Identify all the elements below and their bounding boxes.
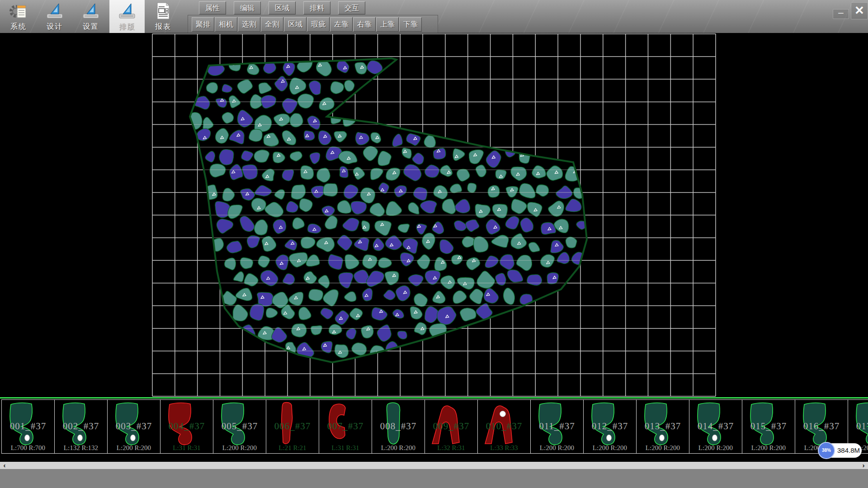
- nested-piece: [219, 150, 234, 165]
- system-gear-icon: [9, 15, 28, 23]
- design-ruler-icon: [45, 15, 65, 23]
- status-badge[interactable]: 38% 384.8M: [819, 443, 862, 458]
- thumbnail-cell-011_#37[interactable]: 011_#37L:200 R:200: [530, 399, 584, 454]
- toolbar-item-report[interactable]: 报表: [146, 0, 181, 33]
- nested-piece: [251, 198, 266, 211]
- piece-shape-icon: [852, 402, 868, 447]
- tool-button-9[interactable]: 上靠: [376, 17, 399, 32]
- thumbnail-cell-002_#37[interactable]: 002_#37L:132 R:132: [54, 399, 108, 454]
- nested-piece: [323, 183, 338, 196]
- thumbnail-cell-006_#37[interactable]: 006_#37L:21 R:21: [266, 399, 319, 454]
- nested-piece: [547, 272, 558, 284]
- nested-piece: [240, 258, 253, 269]
- piece-shape-icon: [534, 402, 568, 447]
- menu-tab-1[interactable]: 属性: [199, 1, 226, 14]
- tool-button-7[interactable]: 左靠: [330, 17, 353, 32]
- nested-piece: [566, 237, 577, 248]
- toolbar-item-label: 设计: [37, 22, 72, 32]
- toolbar-item-label: 排版: [109, 22, 145, 32]
- window-bottom-bar: [0, 469, 868, 488]
- thumbnail-cell-005_#37[interactable]: 005_#37L:200 R:200: [213, 399, 266, 454]
- piece-shape-icon: [429, 402, 462, 447]
- toolbar-item-design[interactable]: 设计: [37, 0, 72, 33]
- report-doc-icon: [153, 15, 173, 23]
- strip-separator: [0, 397, 868, 399]
- piece-shape-icon: [746, 402, 779, 447]
- thumbnail-cell-014_#37[interactable]: 014_#37L:200 R:200: [689, 399, 742, 454]
- thumbnail-cell-003_#37[interactable]: 003_#37L:200 R:200: [107, 399, 160, 454]
- piece-shape-icon: [640, 402, 674, 447]
- piece-shape-icon: [481, 402, 515, 447]
- piece-shape-icon: [323, 402, 356, 447]
- tool-button-4[interactable]: 全割: [261, 17, 283, 32]
- scroll-left-arrow-icon[interactable]: ‹: [0, 462, 9, 469]
- piece-shape-icon: [111, 402, 145, 447]
- piece-shape-icon: [58, 402, 92, 447]
- piece-shape-icon: [693, 402, 726, 447]
- nested-piece: [467, 183, 476, 192]
- piece-shape-icon: [270, 402, 303, 447]
- thumbnail-cell-007_#37[interactable]: 007_#37L:31 R:31: [319, 399, 372, 454]
- tool-button-bar: 聚排相机选割全割区域瑕疵左靠右靠上靠下靠: [188, 15, 438, 34]
- nested-piece: [292, 324, 307, 337]
- piece-shape-icon: [376, 402, 409, 447]
- thumbnail-cell-012_#37[interactable]: 012_#37L:200 R:200: [583, 399, 637, 454]
- tool-button-3[interactable]: 选割: [238, 17, 260, 32]
- piece-shape-icon: [799, 402, 832, 447]
- piece-shape-icon: [164, 402, 198, 447]
- nested-piece: [250, 304, 264, 320]
- horizontal-scrollbar[interactable]: ‹ ›: [0, 462, 868, 469]
- thumbnail-cell-009_#37[interactable]: 009_#37L:32 R:31: [425, 399, 478, 454]
- menu-tab-4[interactable]: 排料: [303, 1, 330, 14]
- nested-piece: [309, 289, 323, 301]
- application-window: 系统 设计 设置: [0, 0, 868, 488]
- titlebar-toolbar: 系统 设计 设置: [0, 0, 868, 33]
- layout-ruler-icon: [117, 15, 137, 23]
- toolbar-item-label: 报表: [146, 22, 181, 32]
- thumbnail-cell-010_#37[interactable]: 010_#37L:33 R:33: [477, 399, 531, 454]
- thumbnail-cell-015_#37[interactable]: 015_#37L:200 R:200: [742, 399, 795, 454]
- thumbnail-cell-008_#37[interactable]: 008_#37L:200 R:200: [372, 399, 425, 454]
- toolbar-item-layout[interactable]: 排版: [109, 0, 145, 33]
- nested-piece: [304, 131, 315, 140]
- nested-piece: [362, 221, 370, 231]
- menu-tab-5[interactable]: 交互: [338, 1, 365, 14]
- tool-button-8[interactable]: 右靠: [353, 17, 376, 32]
- tool-button-10[interactable]: 下靠: [399, 17, 422, 32]
- toolbar-item-settings[interactable]: 设置: [73, 0, 108, 33]
- nested-piece: [434, 148, 446, 160]
- scroll-right-arrow-icon[interactable]: ›: [859, 462, 868, 469]
- settings-ruler-icon: [81, 15, 101, 23]
- piece-shape-icon: [587, 402, 621, 447]
- nested-piece: [290, 113, 303, 127]
- nested-piece: [488, 185, 500, 197]
- progress-circle: 38%: [818, 442, 835, 459]
- nested-piece: [206, 82, 217, 93]
- menu-tab-3[interactable]: 区域: [269, 1, 296, 14]
- piece-shape-icon: [5, 402, 39, 447]
- piece-thumbnail-strip: 001_#37L:700 R:700002_#37L:132 R:132003_…: [0, 399, 868, 454]
- tool-button-6[interactable]: 瑕疵: [307, 17, 330, 32]
- toolbar-item-label: 系统: [1, 22, 36, 32]
- tool-button-1[interactable]: 聚排: [192, 17, 214, 32]
- tool-button-5[interactable]: 区域: [284, 17, 307, 32]
- close-button[interactable]: ✕: [851, 2, 868, 19]
- toolbar-item-system[interactable]: 系统: [1, 0, 36, 33]
- nested-piece: [361, 325, 373, 338]
- tool-button-2[interactable]: 相机: [215, 17, 237, 32]
- thumbnail-cell-004_#37[interactable]: 004_#37L:31 R:31: [160, 399, 213, 454]
- nested-piece: [527, 275, 542, 286]
- thumbnail-cell-001_#37[interactable]: 001_#37L:700 R:700: [1, 399, 55, 454]
- thumbnail-cell-013_#37[interactable]: 013_#37L:200 R:200: [636, 399, 689, 454]
- nesting-canvas[interactable]: [0, 33, 868, 397]
- menu-tab-2[interactable]: 编辑: [234, 1, 261, 14]
- piece-shape-icon: [217, 402, 250, 447]
- status-size-label: 384.8M: [837, 443, 859, 458]
- toolbar-item-label: 设置: [73, 22, 108, 32]
- nested-piece: [249, 129, 263, 141]
- minimize-button[interactable]: ─: [833, 9, 849, 19]
